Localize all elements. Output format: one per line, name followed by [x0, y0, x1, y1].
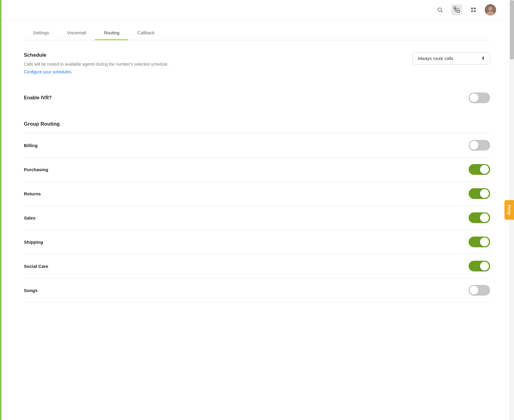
svg-rect-5 [474, 8, 476, 10]
social-care-toggle-knob [480, 262, 489, 271]
songs-toggle[interactable] [469, 285, 490, 296]
routing-item-purchasing: Purchasing [24, 157, 490, 181]
help-button[interactable]: Help [504, 200, 514, 220]
schedule-left: Schedule Calls will be routed to availab… [24, 52, 413, 75]
ivr-toggle-knob [470, 93, 478, 102]
tab-voicemail[interactable]: Voicemail [58, 26, 95, 40]
schedule-dropdown[interactable]: Always route calls ⬍ [413, 52, 490, 64]
songs-toggle-knob [470, 286, 478, 295]
routing-label-songs: Songs [24, 288, 38, 293]
tab-settings[interactable]: Settings [24, 26, 58, 40]
tab-callback[interactable]: Callback [128, 26, 164, 40]
routing-item-songs: Songs [24, 278, 490, 302]
sales-toggle[interactable] [469, 212, 490, 223]
group-routing-section: Group Routing Billing Purchasing Returns [24, 121, 490, 302]
billing-toggle[interactable] [469, 140, 490, 151]
ivr-row: Enable IVR? [24, 87, 490, 109]
returns-toggle-knob [480, 189, 489, 198]
svg-line-1 [441, 11, 443, 13]
shipping-toggle[interactable] [469, 237, 490, 247]
avatar[interactable] [485, 4, 496, 16]
group-routing-title: Group Routing [24, 121, 490, 127]
content-area: Settings Voicemail Routing Callback Sche… [18, 20, 496, 314]
sales-toggle-knob [480, 213, 489, 222]
grid-icon[interactable] [468, 4, 479, 15]
phone-lines-icon[interactable] [451, 4, 462, 15]
social-care-toggle[interactable] [469, 261, 490, 271]
schedule-dropdown-value: Always route calls [418, 56, 453, 61]
routing-item-social-care: Social Care [24, 254, 490, 278]
routing-label-social-care: Social Care [24, 264, 48, 269]
routing-label-purchasing: Purchasing [24, 167, 48, 172]
routing-label-shipping: Shipping [24, 240, 43, 245]
search-icon[interactable] [435, 4, 445, 15]
tabs: Settings Voicemail Routing Callback [24, 20, 490, 40]
schedule-title: Schedule [24, 52, 413, 58]
schedule-description: Calls will be routed to available agents… [24, 61, 227, 67]
dropdown-arrow-icon: ⬍ [481, 55, 485, 61]
svg-rect-7 [474, 10, 476, 12]
shipping-toggle-knob [480, 237, 489, 246]
returns-toggle[interactable] [469, 188, 490, 199]
billing-toggle-knob [470, 141, 478, 150]
routing-item-billing: Billing [24, 133, 490, 157]
topbar [0, 0, 514, 20]
ivr-label: Enable IVR? [24, 95, 52, 101]
ivr-toggle[interactable] [469, 92, 490, 103]
purchasing-toggle[interactable] [469, 164, 490, 175]
configure-schedules-link[interactable]: Configure your schedules. [24, 70, 73, 74]
routing-label-billing: Billing [24, 143, 38, 148]
svg-rect-4 [471, 8, 473, 10]
main-container: Settings Voicemail Routing Callback Sche… [0, 20, 514, 314]
schedule-section: Schedule Calls will be routed to availab… [24, 52, 490, 75]
routing-item-returns: Returns [24, 181, 490, 206]
routing-label-returns: Returns [24, 191, 41, 196]
tab-routing[interactable]: Routing [95, 26, 128, 40]
routing-item-shipping: Shipping [24, 230, 490, 254]
routing-label-sales: Sales [24, 215, 36, 220]
purchasing-toggle-knob [480, 165, 489, 174]
routing-item-sales: Sales [24, 206, 490, 230]
svg-point-9 [488, 7, 493, 11]
svg-rect-6 [471, 10, 473, 12]
